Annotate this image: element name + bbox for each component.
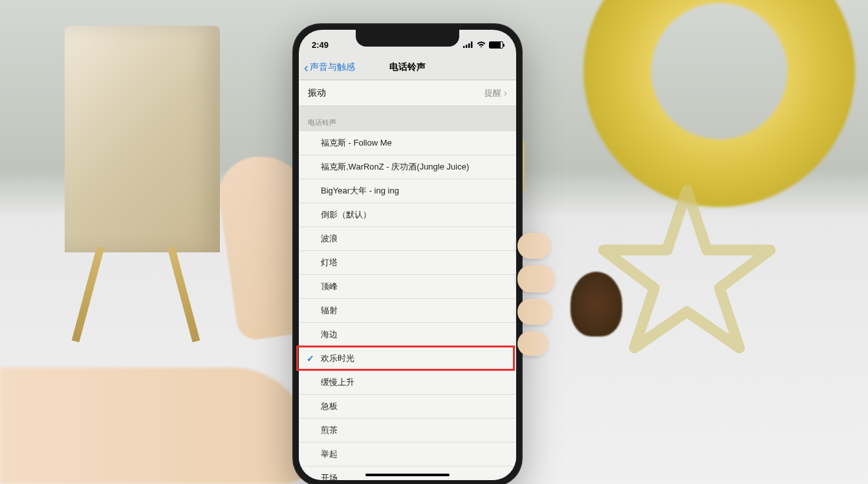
ringtone-section-header: 电话铃声 [299, 106, 516, 131]
ringtone-item[interactable]: 波浪 [299, 227, 516, 251]
vibration-value: 提醒 › [484, 87, 507, 99]
signal-icon [463, 41, 473, 48]
svg-rect-3 [468, 43, 470, 48]
svg-rect-4 [471, 41, 473, 48]
ringtone-label: 辐射 [321, 305, 338, 316]
vibration-label: 振动 [308, 87, 326, 99]
ringtone-item[interactable]: 倒影（默认） [299, 203, 516, 227]
ringtone-label: 急板 [321, 401, 338, 412]
ringtone-label: 福克斯 - Follow Me [321, 137, 392, 149]
ringtone-item[interactable]: BigYear大年 - ing ing [299, 179, 516, 203]
ringtone-item[interactable]: 欢乐时光 [299, 347, 516, 371]
ringtone-item[interactable]: 缓慢上升 [299, 371, 516, 395]
page-title: 电话铃声 [389, 61, 426, 73]
ringtone-label: BigYear大年 - ing ing [321, 185, 399, 197]
wifi-icon [477, 41, 486, 48]
ringtone-item[interactable]: 海边 [299, 323, 516, 347]
ringtone-label: 顶峰 [321, 281, 338, 292]
ringtone-item[interactable]: 辐射 [299, 299, 516, 323]
ringtone-label: 欢乐时光 [321, 353, 354, 364]
background-decoration [65, 26, 220, 252]
svg-rect-2 [466, 45, 468, 48]
svg-rect-1 [463, 46, 465, 48]
ringtone-label: 福克斯,WarRonZ - 庆功酒(Jungle Juice) [321, 161, 469, 173]
background-decoration [583, 0, 855, 207]
ringtone-label: 波浪 [321, 233, 338, 245]
hand-decoration [517, 233, 563, 362]
back-button-label: 声音与触感 [310, 61, 355, 73]
ringtone-label: 灯塔 [321, 257, 338, 269]
phone-frame: 2:49 ‹ 声音与触感 电话铃声 [292, 23, 523, 484]
battery-icon [489, 41, 503, 49]
background-star-decoration [596, 181, 777, 362]
home-indicator[interactable] [365, 474, 450, 476]
chevron-right-icon: › [504, 87, 507, 99]
phone-side-button [523, 140, 525, 192]
chevron-left-icon: ‹ [304, 61, 309, 74]
phone-notch [356, 30, 459, 47]
svg-marker-0 [603, 190, 770, 348]
status-icons [463, 41, 503, 49]
ringtone-item[interactable]: 顶峰 [299, 275, 516, 299]
ringtone-label: 海边 [321, 329, 338, 340]
ringtone-list[interactable]: 福克斯 - Follow Me福克斯,WarRonZ - 庆功酒(Jungle … [299, 131, 516, 480]
ringtone-item[interactable]: 举起 [299, 443, 516, 467]
hand-decoration [0, 368, 310, 484]
ringtone-item[interactable]: 急板 [299, 395, 516, 419]
navigation-bar: ‹ 声音与触感 电话铃声 [299, 54, 516, 80]
ringtone-label: 煎茶 [321, 424, 338, 436]
ringtone-label: 举起 [321, 448, 338, 460]
ringtone-label: 倒影（默认） [321, 209, 371, 221]
background-decoration [84, 246, 201, 343]
ringtone-item[interactable]: 福克斯 - Follow Me [299, 131, 516, 155]
ringtone-item[interactable]: 福克斯,WarRonZ - 庆功酒(Jungle Juice) [299, 155, 516, 179]
phone-screen: 2:49 ‹ 声音与触感 电话铃声 [299, 30, 516, 480]
vibration-setting-row[interactable]: 振动 提醒 › [299, 80, 516, 106]
ringtone-item[interactable]: 灯塔 [299, 251, 516, 275]
ringtone-label: 缓慢上升 [321, 377, 354, 388]
ringtone-label: 开场 [321, 472, 338, 480]
ringtone-item[interactable]: 煎茶 [299, 419, 516, 443]
back-button[interactable]: ‹ 声音与触感 [304, 61, 355, 74]
